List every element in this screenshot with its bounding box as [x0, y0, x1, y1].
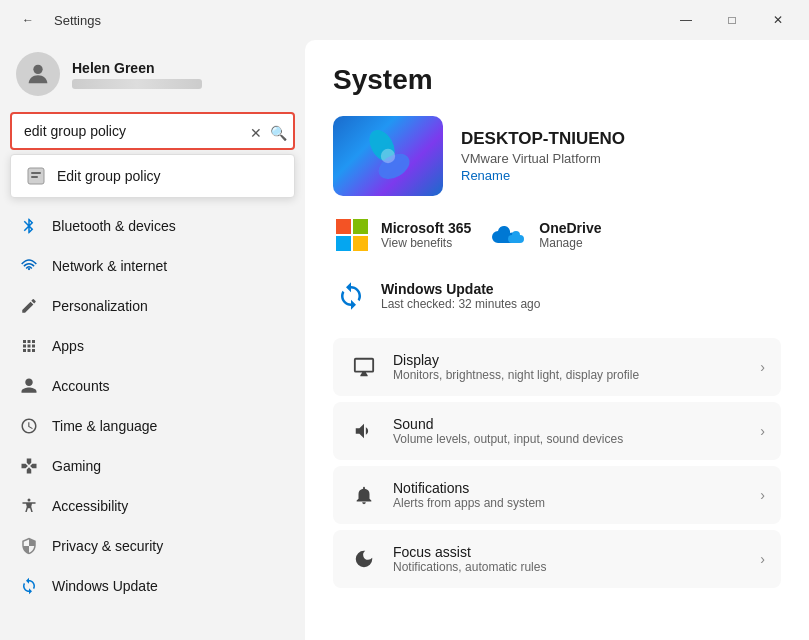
device-subtitle: VMware Virtual Platform [461, 151, 625, 166]
sidebar-item-personalization-label: Personalization [52, 298, 148, 314]
profile-name: Helen Green [72, 60, 202, 76]
sidebar-item-network-label: Network & internet [52, 258, 167, 274]
search-submit-icon[interactable]: 🔍 [270, 125, 287, 141]
profile-info: Helen Green [72, 60, 202, 89]
onedrive-icon-box [491, 216, 529, 254]
sidebar-item-windows-update[interactable]: Windows Update [6, 566, 299, 606]
focus-icon [349, 544, 379, 574]
search-result-edit-group-policy[interactable]: Edit group policy [11, 155, 294, 197]
svg-point-0 [33, 65, 42, 74]
onedrive-sub[interactable]: Manage [539, 236, 601, 250]
sidebar-item-personalization[interactable]: Personalization [6, 286, 299, 326]
privacy-icon [18, 535, 40, 557]
app-window: Helen Green ✕ 🔍 Edit [0, 40, 809, 640]
microsoft365-name: Microsoft 365 [381, 220, 471, 236]
display-text: Display Monitors, brightness, night ligh… [393, 352, 746, 382]
sidebar-item-accessibility[interactable]: Accessibility [6, 486, 299, 526]
search-clear-icon[interactable]: ✕ [250, 126, 262, 140]
page-title: System [333, 64, 781, 96]
profile-subtitle [72, 79, 202, 89]
microsoft365-icon-box [333, 216, 371, 254]
device-card: DESKTOP-TNIUENO VMware Virtual Platform … [333, 116, 781, 196]
notifications-chevron: › [760, 487, 765, 503]
back-button[interactable]: ← [12, 4, 44, 36]
avatar [16, 52, 60, 96]
sidebar-item-time-label: Time & language [52, 418, 157, 434]
sidebar-item-apps[interactable]: Apps [6, 326, 299, 366]
minimize-button[interactable]: — [663, 4, 709, 36]
svg-rect-10 [353, 219, 368, 234]
bluetooth-icon [18, 215, 40, 237]
close-button[interactable]: ✕ [755, 4, 801, 36]
onedrive-name: OneDrive [539, 220, 601, 236]
title-bar-left: ← Settings [12, 4, 101, 36]
search-result-label: Edit group policy [57, 168, 161, 184]
microsoft365-card[interactable]: Microsoft 365 View benefits [333, 216, 471, 254]
onedrive-card[interactable]: OneDrive Manage [491, 216, 601, 254]
device-thumbnail [333, 116, 443, 196]
search-box-icons: ✕ 🔍 [250, 125, 287, 141]
sidebar-item-apps-label: Apps [52, 338, 84, 354]
nav-items: Bluetooth & devices Network & internet [0, 206, 305, 640]
device-name: DESKTOP-TNIUENO [461, 129, 625, 149]
accounts-icon [18, 375, 40, 397]
group-policy-icon [25, 165, 47, 187]
sidebar-item-time[interactable]: Time & language [6, 406, 299, 446]
focus-chevron: › [760, 551, 765, 567]
search-box-container: ✕ 🔍 [0, 112, 305, 154]
microsoft365-sub[interactable]: View benefits [381, 236, 471, 250]
profile-area[interactable]: Helen Green [0, 40, 305, 112]
maximize-button[interactable]: □ [709, 4, 755, 36]
sidebar: Helen Green ✕ 🔍 Edit [0, 40, 305, 640]
notifications-icon [349, 480, 379, 510]
svg-point-8 [381, 149, 395, 163]
sidebar-item-accounts[interactable]: Accounts [6, 366, 299, 406]
title-bar-controls: — □ ✕ [663, 4, 801, 36]
update-title: Windows Update [381, 281, 540, 297]
device-rename-link[interactable]: Rename [461, 168, 625, 183]
sound-chevron: › [760, 423, 765, 439]
sound-text: Sound Volume levels, output, input, soun… [393, 416, 746, 446]
onedrive-icon [492, 223, 528, 247]
sound-desc: Volume levels, output, input, sound devi… [393, 432, 746, 446]
update-banner[interactable]: Windows Update Last checked: 32 minutes … [333, 274, 781, 318]
microsoft365-icon [334, 217, 370, 253]
setting-row-notifications[interactable]: Notifications Alerts from apps and syste… [333, 466, 781, 524]
focus-name: Focus assist [393, 544, 746, 560]
sidebar-item-bluetooth[interactable]: Bluetooth & devices [6, 206, 299, 246]
svg-rect-3 [31, 176, 38, 178]
display-desc: Monitors, brightness, night light, displ… [393, 368, 746, 382]
display-name: Display [393, 352, 746, 368]
device-info: DESKTOP-TNIUENO VMware Virtual Platform … [461, 129, 625, 183]
svg-rect-9 [336, 219, 351, 234]
windows-logo [358, 126, 418, 186]
update-sub: Last checked: 32 minutes ago [381, 297, 540, 311]
microsoft365-info: Microsoft 365 View benefits [381, 220, 471, 250]
personalization-icon [18, 295, 40, 317]
focus-text: Focus assist Notifications, automatic ru… [393, 544, 746, 574]
setting-row-display[interactable]: Display Monitors, brightness, night ligh… [333, 338, 781, 396]
sound-name: Sound [393, 416, 746, 432]
sidebar-item-privacy[interactable]: Privacy & security [6, 526, 299, 566]
title-bar: ← Settings — □ ✕ [0, 0, 809, 40]
sound-icon [349, 416, 379, 446]
notifications-text: Notifications Alerts from apps and syste… [393, 480, 746, 510]
display-chevron: › [760, 359, 765, 375]
sidebar-item-network[interactable]: Network & internet [6, 246, 299, 286]
svg-rect-11 [336, 236, 351, 251]
user-icon [24, 60, 52, 88]
time-icon [18, 415, 40, 437]
notifications-name: Notifications [393, 480, 746, 496]
sidebar-item-accounts-label: Accounts [52, 378, 110, 394]
sidebar-item-windows-update-label: Windows Update [52, 578, 158, 594]
sidebar-item-gaming-label: Gaming [52, 458, 101, 474]
title-bar-title: Settings [54, 13, 101, 28]
sidebar-item-gaming[interactable]: Gaming [6, 446, 299, 486]
sidebar-item-accessibility-label: Accessibility [52, 498, 128, 514]
windows-update-refresh-icon [333, 278, 369, 314]
setting-row-sound[interactable]: Sound Volume levels, output, input, soun… [333, 402, 781, 460]
apps-icon [18, 335, 40, 357]
app-cards-row: Microsoft 365 View benefits OneDrive Man… [333, 216, 781, 254]
update-info: Windows Update Last checked: 32 minutes … [381, 281, 540, 311]
setting-row-focus[interactable]: Focus assist Notifications, automatic ru… [333, 530, 781, 588]
